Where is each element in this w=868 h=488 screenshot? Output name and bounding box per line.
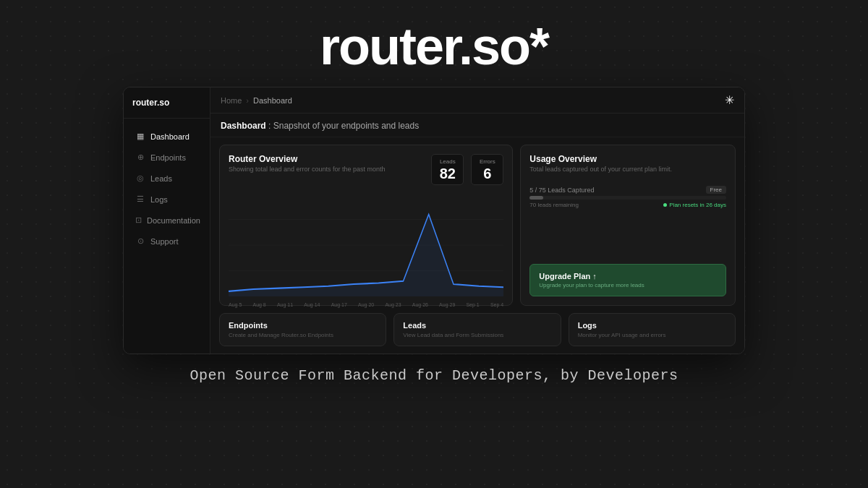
leads-captured-row: 5 / 75 Leads Captured Free bbox=[529, 186, 726, 194]
hero-asterisk: * bbox=[529, 17, 548, 75]
sidebar-item-logs[interactable]: ☰ Logs bbox=[127, 189, 207, 209]
upgrade-btn-sub: Upgrade your plan to capture more leads bbox=[539, 282, 717, 288]
dashboard-main-row: Router Overview Showing total lead and e… bbox=[219, 145, 736, 306]
sidebar-label-dashboard: Dashboard bbox=[150, 132, 190, 141]
documentation-icon: ⊡ bbox=[135, 215, 142, 225]
hero-title: router.so* bbox=[320, 20, 548, 72]
chart-label-8: Aug 29 bbox=[439, 302, 455, 307]
sidebar-item-documentation[interactable]: ⊡ Documentation bbox=[127, 210, 207, 230]
endpoints-bottom-title: Endpoints bbox=[229, 321, 377, 330]
leads-stat-box: Leads 82 bbox=[431, 154, 464, 185]
page-wrapper: router.so* router.so ▦ Dashboard ⊕ Endpo… bbox=[0, 0, 868, 488]
progress-bar-container bbox=[529, 196, 726, 200]
breadcrumb-current: Dashboard bbox=[253, 96, 292, 105]
stats-group: Leads 82 Errors 6 bbox=[431, 154, 503, 185]
sidebar-label-leads: Leads bbox=[150, 174, 172, 183]
hero-section: router.so* bbox=[0, 0, 868, 87]
usage-title: Usage Overview bbox=[529, 154, 726, 164]
errors-stat-label: Errors bbox=[479, 158, 495, 165]
progress-bar-fill bbox=[529, 196, 543, 200]
main-content: Home › Dashboard ✳ Dashboard : Snapshot … bbox=[210, 87, 744, 354]
upgrade-plan-button[interactable]: Upgrade Plan ↑ Upgrade your plan to capt… bbox=[529, 264, 726, 296]
chart-label-2: Aug 11 bbox=[277, 302, 293, 307]
sidebar-label-support: Support bbox=[150, 237, 179, 246]
star-icon: ✳ bbox=[725, 93, 734, 107]
topbar: Home › Dashboard ✳ bbox=[210, 87, 744, 114]
sidebar-item-endpoints[interactable]: ⊕ Endpoints bbox=[127, 147, 207, 167]
breadcrumb-home[interactable]: Home bbox=[221, 96, 242, 105]
chart-label-6: Aug 23 bbox=[385, 302, 401, 307]
dashboard-body: Router Overview Showing total lead and e… bbox=[210, 137, 744, 354]
app-container: router.so ▦ Dashboard ⊕ Endpoints ◎ Lead… bbox=[123, 87, 745, 354]
footer-tagline: Open Source Form Backend for Developers,… bbox=[190, 354, 678, 384]
usage-header: Usage Overview Total leads captured out … bbox=[529, 154, 726, 173]
usage-subtitle: Total leads captured out of your current… bbox=[529, 166, 726, 173]
leads-stat-label: Leads bbox=[439, 158, 456, 165]
plan-reset-row: 70 leads remaining Plan resets in 26 day… bbox=[529, 202, 726, 208]
leads-bottom-card[interactable]: Leads View Lead data and Form Submission… bbox=[393, 313, 561, 346]
card-header-row: Router Overview Showing total lead and e… bbox=[229, 154, 503, 185]
chart-area: Aug 5 Aug 8 Aug 11 Aug 14 Aug 17 Aug 20 … bbox=[229, 194, 503, 296]
chart-label-4: Aug 17 bbox=[331, 302, 347, 307]
card-header-left: Router Overview Showing total lead and e… bbox=[229, 154, 386, 173]
logs-bottom-desc: Monitor your API usage and errors bbox=[578, 332, 726, 338]
sidebar-label-documentation: Documentation bbox=[147, 216, 200, 225]
endpoints-bottom-card[interactable]: Endpoints Create and Manage Router.so En… bbox=[219, 313, 386, 346]
breadcrumb-separator: › bbox=[246, 96, 249, 105]
hero-title-text: router.so bbox=[320, 17, 529, 75]
chart-label-7: Aug 26 bbox=[412, 302, 428, 307]
usage-details: 5 / 75 Leads Captured Free 70 leads rema… bbox=[529, 186, 726, 208]
sidebar-item-support[interactable]: ⊙ Support bbox=[127, 231, 207, 251]
sidebar-label-logs: Logs bbox=[150, 195, 168, 204]
sidebar-item-leads[interactable]: ◎ Leads bbox=[127, 168, 207, 188]
sidebar: router.so ▦ Dashboard ⊕ Endpoints ◎ Lead… bbox=[124, 87, 210, 354]
usage-overview-card: Usage Overview Total leads captured out … bbox=[520, 145, 736, 306]
endpoints-bottom-desc: Create and Manage Router.so Endpoints bbox=[229, 332, 377, 338]
breadcrumb: Home › Dashboard bbox=[221, 96, 292, 105]
chart-label-5: Aug 20 bbox=[358, 302, 374, 307]
sidebar-label-endpoints: Endpoints bbox=[150, 153, 186, 162]
sidebar-logo: router.so bbox=[124, 98, 210, 119]
logs-bottom-card[interactable]: Logs Monitor your API usage and errors bbox=[569, 313, 736, 346]
leads-bottom-title: Leads bbox=[403, 321, 551, 330]
bottom-cards-row: Endpoints Create and Manage Router.so En… bbox=[219, 313, 736, 346]
chart-labels: Aug 5 Aug 8 Aug 11 Aug 14 Aug 17 Aug 20 … bbox=[229, 302, 503, 307]
page-title: Dashboard bbox=[221, 121, 266, 131]
leads-stat-value: 82 bbox=[439, 166, 456, 181]
logs-icon: ☰ bbox=[135, 194, 145, 204]
leads-remaining-label: 70 leads remaining bbox=[529, 202, 579, 208]
leads-captured-label: 5 / 75 Leads Captured bbox=[529, 187, 594, 194]
support-icon: ⊙ bbox=[135, 236, 145, 246]
chart-label-10: Sep 4 bbox=[490, 302, 503, 307]
plan-reset-badge: Plan resets in 26 days bbox=[663, 202, 726, 208]
free-badge: Free bbox=[706, 186, 726, 194]
page-subtitle: : Snapshot of your endpoints and leads bbox=[268, 121, 419, 131]
router-overview-subtitle: Showing total lead and error counts for … bbox=[229, 166, 386, 173]
dot-green-icon bbox=[663, 203, 667, 207]
errors-stat-value: 6 bbox=[479, 166, 495, 181]
router-overview-title: Router Overview bbox=[229, 154, 386, 164]
upgrade-btn-title: Upgrade Plan ↑ bbox=[539, 272, 717, 281]
reset-label: Plan resets in 26 days bbox=[669, 202, 726, 208]
sidebar-item-dashboard[interactable]: ▦ Dashboard bbox=[127, 127, 207, 146]
leads-bottom-desc: View Lead data and Form Submissions bbox=[403, 332, 551, 338]
leads-icon: ◎ bbox=[135, 174, 145, 183]
errors-stat-box: Errors 6 bbox=[471, 154, 503, 185]
logs-bottom-title: Logs bbox=[578, 321, 726, 330]
router-overview-card: Router Overview Showing total lead and e… bbox=[219, 145, 513, 306]
chart-label-1: Aug 8 bbox=[252, 302, 265, 307]
chart-svg bbox=[229, 194, 503, 296]
page-header-title: Dashboard : Snapshot of your endpoints a… bbox=[221, 121, 734, 131]
chart-label-0: Aug 5 bbox=[229, 302, 242, 307]
page-header: Dashboard : Snapshot of your endpoints a… bbox=[210, 114, 744, 137]
endpoints-icon: ⊕ bbox=[135, 153, 145, 162]
chart-label-3: Aug 14 bbox=[304, 302, 320, 307]
dashboard-icon: ▦ bbox=[135, 132, 145, 141]
chart-label-9: Sep 1 bbox=[466, 302, 479, 307]
